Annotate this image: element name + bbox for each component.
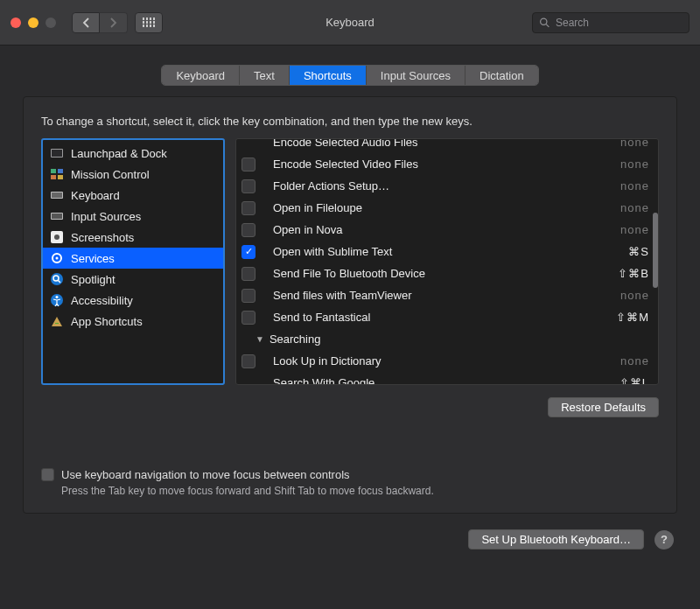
sidebar-item-screenshots[interactable]: Screenshots: [43, 227, 223, 248]
two-pane: Launchpad & Dock Mission Control Keyboar…: [41, 138, 659, 385]
service-row[interactable]: Folder Actions Setup… none: [236, 175, 658, 197]
svg-point-15: [56, 257, 59, 260]
service-row[interactable]: Search With Google ⇧⌘L: [236, 372, 658, 384]
sidebar-item-launchpad[interactable]: Launchpad & Dock: [43, 143, 223, 164]
service-row[interactable]: Send to Fantastical ⇧⌘M: [236, 306, 658, 328]
window-title: Keyboard: [326, 16, 374, 29]
service-checkbox[interactable]: [242, 354, 256, 368]
service-row[interactable]: Look Up in Dictionary none: [236, 350, 658, 372]
sidebar-item-input-sources[interactable]: Input Sources: [43, 206, 223, 227]
footer: Set Up Bluetooth Keyboard… ?: [0, 514, 700, 550]
service-shortcut[interactable]: none: [620, 201, 649, 214]
service-row[interactable]: Encode Selected Audio Files none: [236, 139, 658, 153]
service-checkbox[interactable]: [242, 201, 256, 215]
services-list[interactable]: Encode Selected Audio Files none Encode …: [235, 138, 659, 385]
mission-control-icon: [50, 167, 64, 181]
service-row[interactable]: Open with Sublime Text ⌘S: [236, 241, 658, 262]
traffic-lights: [10, 18, 56, 28]
service-checkbox[interactable]: [242, 223, 256, 237]
search-input[interactable]: [532, 12, 690, 33]
keyboard-icon: [50, 188, 64, 202]
sidebar-item-accessibility[interactable]: Accessibility: [43, 290, 223, 311]
tab-shortcuts[interactable]: Shortcuts: [290, 66, 367, 85]
back-button[interactable]: [72, 12, 100, 33]
service-label: Send File To Bluetooth Device: [273, 267, 618, 280]
svg-rect-9: [52, 192, 62, 198]
category-sidebar[interactable]: Launchpad & Dock Mission Control Keyboar…: [41, 138, 225, 385]
restore-defaults-button[interactable]: Restore Defaults: [548, 397, 659, 417]
service-label: Send files with TeamViewer: [273, 289, 620, 302]
scrollbar[interactable]: [653, 213, 658, 288]
service-label: Open in Fileloupe: [273, 201, 620, 214]
svg-rect-4: [51, 169, 56, 173]
sidebar-item-label: Accessibility: [71, 294, 133, 307]
kbnav-checkbox[interactable]: [41, 468, 54, 481]
service-shortcut[interactable]: none: [620, 139, 649, 149]
service-shortcut[interactable]: ⇧⌘B: [618, 267, 649, 280]
close-button[interactable]: [10, 18, 21, 28]
service-shortcut[interactable]: ⇧⌘L: [620, 376, 649, 384]
service-label: Open with Sublime Text: [273, 245, 628, 258]
tab-text[interactable]: Text: [240, 66, 290, 85]
service-row[interactable]: Encode Selected Video Files none: [236, 153, 658, 175]
panel: To change a shortcut, select it, click t…: [23, 96, 677, 514]
service-checkbox[interactable]: [242, 311, 256, 325]
svg-point-20: [56, 296, 59, 298]
forward-button: [100, 12, 128, 33]
sidebar-item-services[interactable]: Services: [43, 248, 223, 269]
search-wrap: [532, 12, 690, 33]
zoom-button: [46, 18, 56, 28]
service-checkbox[interactable]: [242, 158, 256, 172]
service-shortcut[interactable]: none: [620, 158, 649, 171]
gear-icon: [50, 251, 64, 265]
service-checkbox[interactable]: [242, 289, 256, 303]
service-shortcut[interactable]: none: [620, 354, 649, 368]
minimize-button[interactable]: [28, 18, 38, 28]
svg-rect-3: [52, 150, 62, 157]
input-sources-icon: [50, 209, 64, 223]
service-row[interactable]: Send File To Bluetooth Device ⇧⌘B: [236, 262, 658, 284]
service-label: Encode Selected Video Files: [273, 158, 620, 171]
disclosure-triangle-icon[interactable]: ▼: [256, 334, 264, 344]
sidebar-item-label: Keyboard: [71, 189, 120, 202]
show-all-button[interactable]: [135, 12, 163, 33]
service-shortcut[interactable]: ⇧⌘M: [616, 311, 649, 324]
sidebar-item-mission-control[interactable]: Mission Control: [43, 164, 223, 185]
service-checkbox[interactable]: [242, 267, 256, 281]
sidebar-item-app-shortcuts[interactable]: App Shortcuts: [43, 311, 223, 332]
service-label: Folder Actions Setup…: [273, 179, 620, 192]
tab-input-sources[interactable]: Input Sources: [367, 66, 466, 85]
service-shortcut[interactable]: none: [620, 179, 649, 192]
sidebar-item-keyboard[interactable]: Keyboard: [43, 185, 223, 206]
tab-dictation[interactable]: Dictation: [466, 66, 538, 85]
service-row[interactable]: Send files with TeamViewer none: [236, 284, 658, 306]
help-button[interactable]: ?: [654, 530, 674, 550]
service-label: Encode Selected Audio Files: [273, 139, 620, 149]
service-group[interactable]: ▼ Searching: [236, 328, 658, 350]
kbnav-row: Use keyboard navigation to move focus be…: [41, 468, 659, 481]
titlebar: Keyboard: [0, 0, 700, 46]
svg-point-16: [51, 273, 63, 285]
sidebar-item-label: Services: [71, 252, 115, 265]
service-checkbox[interactable]: [242, 179, 256, 193]
tab-segment: Keyboard Text Shortcuts Input Sources Di…: [161, 65, 538, 86]
screenshots-icon: [50, 230, 64, 244]
service-row[interactable]: Open in Fileloupe none: [236, 197, 658, 219]
svg-point-0: [541, 18, 547, 24]
sidebar-item-label: App Shortcuts: [71, 315, 143, 328]
service-label: Look Up in Dictionary: [273, 354, 620, 368]
kbnav-help: Press the Tab key to move focus forward …: [61, 485, 659, 497]
service-shortcut[interactable]: ⌘S: [628, 245, 649, 258]
service-checkbox[interactable]: [242, 245, 256, 259]
app-shortcuts-icon: [50, 314, 64, 328]
tabbar: Keyboard Text Shortcuts Input Sources Di…: [0, 46, 700, 96]
service-row[interactable]: Open in Nova none: [236, 219, 658, 241]
service-label: Open in Nova: [273, 223, 620, 236]
sidebar-item-spotlight[interactable]: Spotlight: [43, 269, 223, 290]
bluetooth-keyboard-button[interactable]: Set Up Bluetooth Keyboard…: [468, 529, 644, 550]
tab-keyboard[interactable]: Keyboard: [162, 66, 240, 85]
service-shortcut[interactable]: none: [620, 289, 649, 302]
service-shortcut[interactable]: none: [620, 223, 649, 236]
svg-rect-5: [58, 169, 63, 173]
sidebar-item-label: Spotlight: [71, 273, 116, 286]
